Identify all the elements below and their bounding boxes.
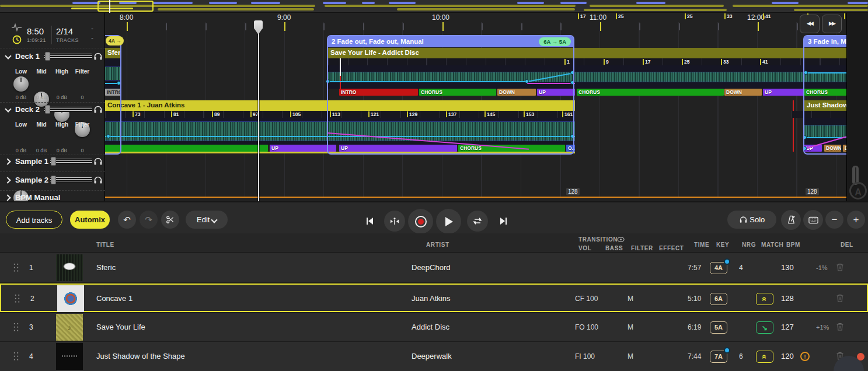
column-header-transition[interactable]: TRANSITION (578, 236, 618, 243)
column-header-match[interactable]: MATCH (761, 242, 783, 248)
column-header-filter[interactable]: FILTER (631, 245, 653, 251)
key-badge[interactable]: 6A (710, 293, 727, 305)
transition-clip-2[interactable]: 2 Fade out, Fade out, Manual 6A → 5A (327, 35, 574, 155)
automix-button[interactable]: Automix (70, 211, 110, 229)
beat-label: 41 (760, 59, 768, 65)
transition-clip-1[interactable] (105, 35, 121, 155)
bpm-manual-expand-chevron-icon[interactable] (4, 194, 11, 201)
sample1-volume-thumb[interactable] (51, 157, 56, 166)
zoom-out-button[interactable]: − (825, 211, 843, 229)
column-header-artist[interactable]: ARTIST (426, 242, 449, 248)
keyboard-shortcuts-button[interactable] (803, 210, 823, 230)
delete-track-icon[interactable] (836, 322, 844, 331)
deck1-low-knob[interactable] (13, 76, 29, 92)
deck1-volume-thumb[interactable] (45, 52, 50, 61)
bpm-match-button[interactable]: « (756, 351, 773, 363)
sample1-headphones-icon[interactable] (93, 156, 103, 166)
column-header-effect[interactable]: EFFECT (659, 245, 684, 251)
transition3-header[interactable]: 3 Fade in, M (804, 36, 846, 47)
track-row-2-selected[interactable]: 2 Concave 1 Juan Atkins CF 100 M 5:10 6A… (0, 284, 868, 312)
drag-handle-icon[interactable] (14, 293, 20, 303)
row-number: 4 (29, 352, 33, 360)
sample1-expand-chevron-icon[interactable] (4, 158, 11, 164)
key-badge[interactable]: 5A (710, 321, 727, 334)
transition-filter-value[interactable]: M (628, 295, 633, 303)
delete-track-icon[interactable] (836, 293, 844, 303)
time-ruler-hour-tick (442, 22, 444, 31)
timeline-canvas[interactable]: 8:009:0010:0011:0012:00 Save Your Life -… (105, 13, 846, 201)
skip-to-end-button[interactable] (493, 213, 514, 229)
track-row-4[interactable]: 4 Just Shadow of the Shape Deeperwalk FI… (0, 342, 868, 371)
rewind-button[interactable]: ◀◀ (800, 15, 820, 33)
divider (0, 172, 105, 172)
drag-handle-icon[interactable] (13, 262, 19, 272)
activity-icon (12, 23, 22, 32)
keyboard-icon (808, 216, 818, 224)
track-row-3[interactable]: 3 ♪ Save Your Life Addict Disc FO 100 M … (0, 313, 868, 341)
transition1-key-change-badge[interactable]: 4A → (106, 36, 124, 46)
transition2-header[interactable]: 2 Fade out, Fade out, Manual (328, 36, 573, 47)
snap-to-playhead-button[interactable] (384, 211, 405, 232)
drag-handle-icon[interactable] (13, 322, 19, 332)
transition-filter-value[interactable]: M (628, 352, 633, 360)
column-header-vol[interactable]: VOL (578, 245, 591, 251)
clock-icon (12, 35, 22, 44)
column-header-nrg[interactable]: NRG (742, 242, 756, 248)
time-ruler-hour-tick (127, 22, 128, 31)
minimap-clip-bar (636, 2, 665, 4)
skip-to-start-button[interactable] (359, 213, 380, 229)
deck1-mid-value: 0 dB (32, 94, 51, 100)
sample2-volume-thumb[interactable] (51, 176, 56, 184)
sample2-volume-slider[interactable] (50, 177, 92, 183)
bpm-automation-line[interactable]: 128128 (105, 197, 846, 198)
deck1-collapse-chevron-icon[interactable] (5, 52, 11, 59)
drag-handle-icon[interactable] (13, 351, 19, 361)
play-icon (444, 216, 454, 227)
sample1-volume-slider[interactable] (50, 159, 92, 164)
transition-vol-value[interactable]: CF 100 (575, 295, 598, 303)
column-header-bass[interactable]: BASS (605, 245, 623, 251)
loop-button[interactable] (467, 211, 488, 232)
transition-filter-value[interactable]: M (628, 323, 633, 331)
track-row-1[interactable]: 1 Sferic DeepChord 7:57 4A 4 130 -1% (0, 253, 868, 282)
solo-label: Solo (750, 215, 765, 224)
deck1-headphones-icon[interactable] (93, 51, 103, 61)
transition-clip-3[interactable]: 3 Fade in, M (803, 35, 846, 155)
album-art (57, 285, 84, 312)
sample2-expand-chevron-icon[interactable] (4, 177, 11, 183)
transition-vol-value[interactable]: FO 100 (575, 323, 598, 331)
column-header-title[interactable]: TITLE (96, 242, 114, 248)
edit-button[interactable]: Edit (186, 211, 228, 229)
metronome-button[interactable] (781, 210, 801, 230)
undo-button[interactable]: ↶ (118, 211, 136, 229)
deck2-collapse-chevron-icon[interactable] (5, 106, 11, 112)
play-button[interactable] (436, 209, 461, 234)
time-ruler-minor-tick (482, 23, 483, 30)
deck1-volume-slider[interactable] (44, 54, 92, 59)
divider (0, 190, 105, 191)
column-header-time[interactable]: TIME (694, 242, 709, 248)
cut-button[interactable] (161, 211, 179, 229)
add-tracks-button[interactable]: Add tracks (6, 211, 62, 229)
deck2-volume-slider[interactable] (44, 107, 92, 112)
fast-forward-button[interactable]: ▶▶ (822, 15, 842, 33)
column-header-del[interactable]: DEL (841, 242, 853, 248)
delete-track-icon[interactable] (836, 262, 844, 272)
beat-label: 25 (682, 59, 689, 65)
sample2-headphones-icon[interactable] (93, 175, 103, 184)
deck2-headphones-icon[interactable] (93, 104, 103, 114)
bpm-match-button[interactable]: « (756, 293, 773, 305)
beat-label: 89 (212, 111, 219, 117)
solo-button[interactable]: Solo (727, 211, 776, 229)
transition-vol-value[interactable]: FI 100 (575, 352, 595, 360)
minimap-viewport[interactable] (97, 1, 154, 12)
redo-button[interactable]: ↷ (140, 211, 158, 229)
zoom-in-button[interactable]: + (847, 211, 865, 229)
column-header-bpm[interactable]: BPM (786, 242, 800, 248)
deck2-volume-thumb[interactable] (45, 105, 50, 114)
bpm-match-button[interactable]: ↘ (756, 321, 773, 334)
eye-icon[interactable] (617, 236, 625, 243)
column-header-key[interactable]: KEY (716, 242, 729, 248)
record-button[interactable] (408, 209, 433, 234)
deck1-filter-value: 0 (72, 94, 92, 100)
